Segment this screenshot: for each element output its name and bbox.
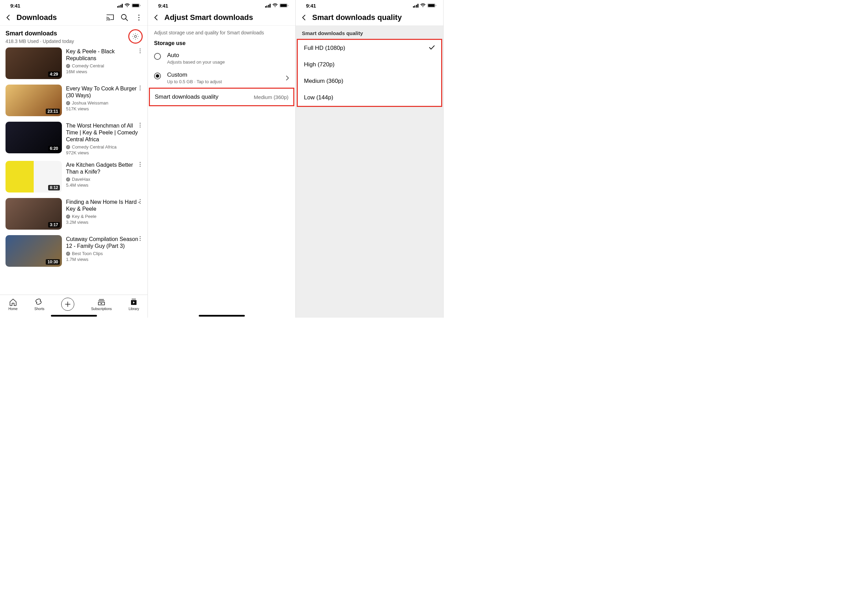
status-bar: 9:41 (296, 0, 443, 10)
quality-option[interactable]: High (720p) (298, 57, 441, 73)
svg-point-8 (140, 49, 141, 49)
video-duration: 10:30 (46, 259, 60, 265)
check-icon (429, 45, 435, 51)
cellular-icon (413, 4, 419, 8)
back-button[interactable] (301, 14, 307, 21)
svg-point-5 (138, 17, 139, 18)
page-title: Adjust Smart downloads (164, 13, 291, 22)
verified-icon: ✓ (66, 251, 70, 256)
video-thumbnail[interactable]: 3:17 (5, 198, 62, 229)
video-item[interactable]: 3:17 Finding a New Home Is Hard - Key & … (5, 198, 142, 229)
channel-name: Best Toon Clips (72, 251, 103, 256)
channel-name: Comedy Central (72, 63, 104, 68)
video-more-icon[interactable] (137, 85, 143, 91)
svg-point-20 (140, 199, 141, 200)
video-item[interactable]: 4:29 Key & Peele - Black Republicans ✓ C… (5, 47, 142, 79)
back-button[interactable] (5, 14, 12, 21)
home-indicator[interactable] (199, 315, 245, 317)
video-meta: Every Way To Cook A Burger (30 Ways) ✓ J… (66, 85, 142, 116)
video-channel: ✓ Best Toon Clips (66, 251, 142, 256)
video-views: 16M views (66, 69, 142, 74)
more-icon[interactable] (135, 14, 143, 21)
svg-point-14 (140, 123, 141, 124)
video-channel: ✓ DaveHax (66, 177, 142, 182)
home-indicator[interactable] (51, 315, 97, 317)
svg-rect-2 (140, 5, 141, 6)
smart-downloads-quality-row[interactable]: Smart downloads quality Medium (360p) (150, 89, 293, 105)
quality-option[interactable]: Low (144p) (298, 90, 441, 106)
nav-shorts[interactable]: Shorts (35, 298, 44, 311)
video-views: 3.2M views (66, 220, 142, 225)
chevron-right-icon (286, 75, 289, 81)
storage-option-custom[interactable]: Custom Up to 0.5 GB · Tap to adjust (148, 68, 295, 88)
video-more-icon[interactable] (137, 199, 143, 204)
svg-point-7 (134, 35, 137, 38)
video-views: 517K views (66, 106, 142, 112)
channel-name: Key & Peele (72, 214, 97, 219)
video-meta: Cutaway Compilation Season 12 - Family G… (66, 235, 142, 267)
video-channel: ✓ Joshua Weissman (66, 101, 142, 105)
back-button[interactable] (153, 14, 159, 21)
video-item[interactable]: 8:12 Are Kitchen Gadgets Better Than a K… (5, 161, 142, 193)
cast-icon[interactable] (106, 14, 114, 21)
video-more-icon[interactable] (137, 123, 143, 128)
video-title: Finding a New Home Is Hard - Key & Peele (66, 199, 142, 212)
video-list[interactable]: 4:29 Key & Peele - Black Republicans ✓ C… (0, 44, 148, 295)
video-item[interactable]: 23:11 Every Way To Cook A Burger (30 Way… (5, 85, 142, 116)
svg-point-13 (140, 90, 141, 90)
svg-point-25 (140, 240, 141, 241)
video-more-icon[interactable] (137, 48, 143, 53)
storage-label: Storage use (148, 37, 295, 49)
radio-unselected-icon (154, 53, 161, 60)
battery-icon (132, 3, 141, 8)
svg-point-24 (140, 238, 141, 239)
svg-rect-31 (428, 4, 434, 7)
video-thumbnail[interactable]: 23:11 (5, 85, 62, 116)
video-thumbnail[interactable]: 4:29 (5, 47, 62, 79)
nav-subscriptions[interactable]: Subscriptions (91, 298, 112, 311)
video-item[interactable]: 6:20 The Worst Henchman of All Time | Ke… (5, 122, 142, 156)
quality-option-label: Low (144p) (304, 94, 333, 101)
video-channel: ✓ Comedy Central (66, 63, 142, 68)
svg-rect-29 (288, 5, 288, 6)
status-bar: 9:41 (148, 0, 295, 10)
wifi-icon (420, 3, 426, 8)
video-channel: ✓ Comedy Central Africa (66, 145, 142, 149)
video-thumbnail[interactable]: 10:30 (5, 235, 62, 267)
quality-option[interactable]: Full HD (1080p) (298, 40, 441, 57)
svg-rect-32 (436, 5, 436, 6)
video-more-icon[interactable] (137, 236, 143, 241)
home-icon (9, 298, 17, 306)
nav-home[interactable]: Home (8, 298, 17, 311)
status-time: 9:41 (158, 3, 168, 9)
radio-selected-icon (154, 72, 161, 79)
nav-subscriptions-label: Subscriptions (91, 307, 112, 311)
video-thumbnail[interactable]: 8:12 (5, 161, 62, 193)
subscriptions-icon (97, 298, 105, 306)
video-views: 5.4M views (66, 182, 142, 188)
quality-list-label: Smart downloads quality (296, 25, 443, 39)
svg-point-10 (140, 52, 141, 53)
battery-icon (427, 3, 436, 8)
quality-option-label: Full HD (1080p) (304, 45, 345, 52)
quality-row-highlight: Smart downloads quality Medium (360p) (149, 88, 294, 106)
page-title: Smart downloads quality (312, 13, 438, 22)
video-duration: 4:29 (48, 71, 60, 77)
nav-create[interactable] (61, 298, 74, 311)
video-more-icon[interactable] (137, 162, 143, 167)
video-item[interactable]: 10:30 Cutaway Compilation Season 12 - Fa… (5, 235, 142, 267)
battery-icon (280, 3, 288, 8)
status-bar: 9:41 (0, 0, 148, 10)
video-thumbnail[interactable]: 6:20 (5, 122, 62, 153)
custom-title: Custom (167, 71, 222, 79)
search-icon[interactable] (121, 14, 128, 21)
storage-option-auto[interactable]: Auto Adjusts based on your usage (148, 49, 295, 68)
smart-downloads-section: Smart downloads 418.3 MB Used · Updated … (0, 26, 148, 44)
svg-point-6 (138, 19, 139, 20)
gear-icon[interactable] (132, 33, 139, 40)
nav-library[interactable]: Library (129, 298, 139, 311)
quality-options-highlight: Full HD (1080p) High (720p) Medium (360p… (297, 39, 442, 107)
quality-option[interactable]: Medium (360p) (298, 73, 441, 90)
svg-point-17 (140, 162, 141, 163)
svg-point-18 (140, 164, 141, 165)
